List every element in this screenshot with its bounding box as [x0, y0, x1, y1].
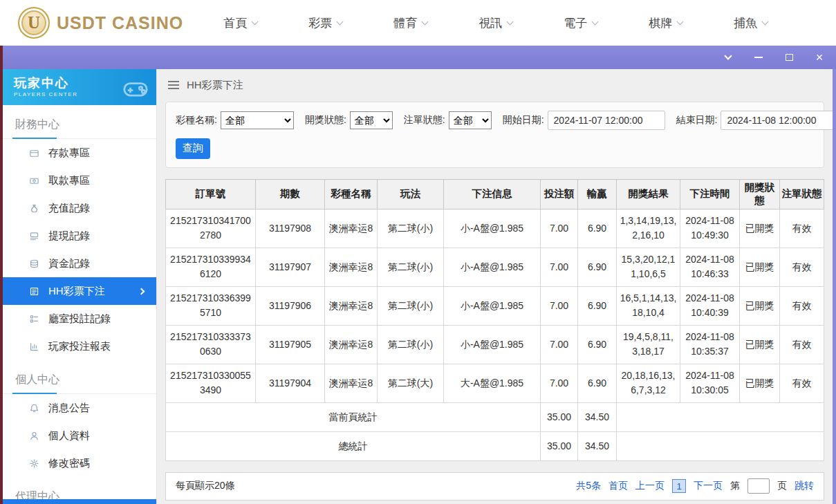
- nav-item-lottery[interactable]: 彩票: [308, 15, 342, 31]
- column-header: 彩種名稱: [325, 179, 378, 209]
- minimize-button[interactable]: [753, 52, 764, 63]
- table-cell: 有效: [780, 248, 824, 286]
- pagination-prev[interactable]: 上一页: [635, 480, 665, 492]
- brand-name: USDT CASINO: [57, 13, 183, 33]
- sidebar-item-label: 提現記錄: [48, 230, 90, 243]
- bets-table-head: 訂單號期數彩種名稱玩法下注信息投注額輸贏開獎結果下注時間開獎狀態注單狀態: [166, 179, 824, 209]
- sidebar-item-recharge-records[interactable]: 充值記錄: [3, 194, 156, 222]
- table-cell: 澳洲幸运8: [325, 325, 378, 364]
- sidebar-item-label: 資金記錄: [48, 257, 90, 270]
- table-row: 215217310341700278031197908澳洲幸运8第二球(小)小-…: [166, 209, 824, 248]
- sidebar-item-funds-records[interactable]: 資金記錄: [3, 250, 156, 277]
- pagination-first[interactable]: 首页: [609, 480, 628, 492]
- sidebar-item-cashout-records[interactable]: 提現記錄: [3, 222, 156, 250]
- content-row: 玩家中心 PLAYERS CENTER 財務中心存款專區取款專區充值記錄提現記錄…: [0, 69, 836, 504]
- window-titlebar-row: ×: [0, 46, 836, 69]
- sidebar-item-profile[interactable]: 個人資料: [3, 422, 156, 449]
- lottery-type-select[interactable]: 全部: [221, 111, 294, 129]
- collapse-button[interactable]: [723, 52, 734, 63]
- table-row: 215217310333373063031197905澳洲幸运8第二球(小)小-…: [166, 325, 824, 364]
- pagination: 共5条 首页 上一页 1 下一页 第 页 跳转: [576, 478, 814, 494]
- page-number-input[interactable]: [747, 478, 770, 494]
- sidebar-item-label: 消息公告: [48, 402, 90, 415]
- table-cell: 31197907: [256, 248, 325, 286]
- nav-item-chess[interactable]: 棋牌: [649, 15, 682, 31]
- column-header: 玩法: [378, 179, 444, 209]
- sidebar-item-label: 廳室投註記錄: [48, 312, 111, 326]
- start-date-label: 開始日期:: [503, 114, 544, 127]
- main-area: HH彩票下注 彩種名稱: 全部 開獎狀態: 全部 注單狀態:: [157, 69, 833, 504]
- nav-item-home[interactable]: 首頁: [223, 15, 257, 31]
- window-titlebar: ×: [3, 46, 836, 69]
- chevron-down-icon: [337, 18, 344, 25]
- table-cell: 第二球(小): [378, 286, 444, 325]
- sidebar-item-announcements[interactable]: 消息公告: [3, 394, 156, 422]
- goto-suffix: 页: [777, 480, 787, 492]
- sidebar-item-label: 修改密碼: [48, 457, 90, 470]
- sidebar-item-label: 充值記錄: [48, 202, 90, 215]
- sidebar-menu: 財務中心存款專區取款專區充值記錄提現記錄資金記錄HH彩票下注廳室投註記錄玩家投注…: [3, 118, 156, 504]
- sidebar-item-player-bet-report[interactable]: 玩家投注報表: [3, 333, 156, 360]
- table-cell: 2024-11-08 10:30:05: [680, 364, 740, 402]
- filter-row: 彩種名稱: 全部 開獎狀態: 全部 注單狀態: 全部: [176, 111, 814, 130]
- pagination-current[interactable]: 1: [672, 479, 686, 493]
- game-controller-icon: [122, 75, 149, 102]
- table-cell: 第二球(大): [378, 364, 444, 402]
- table-cell: 有效: [780, 325, 824, 364]
- nav-item-electronic[interactable]: 電子: [564, 15, 597, 31]
- draw-status-select[interactable]: 全部: [350, 111, 393, 129]
- sidebar-item-label: 取款專區: [48, 174, 90, 187]
- start-date-input[interactable]: [548, 111, 665, 130]
- table-cell: 1,3,14,19,13,2,16,10: [617, 209, 680, 248]
- page-title: HH彩票下注: [187, 79, 243, 92]
- column-header: 下注信息: [444, 179, 541, 209]
- table-row: 215217310339934612031197907澳洲幸运8第二球(小)小-…: [166, 248, 824, 286]
- goto-button[interactable]: 跳转: [795, 480, 814, 492]
- sidebar-item-hall-bet-records[interactable]: 廳室投註記錄: [3, 305, 156, 333]
- menu-toggle-icon[interactable]: [168, 81, 179, 89]
- order-status-select[interactable]: 全部: [449, 111, 492, 129]
- table-cell: 16,5,1,14,13,18,10,4: [617, 286, 680, 325]
- table-cell: 6.90: [578, 248, 617, 286]
- brand-logo[interactable]: U USDT CASINO: [18, 7, 183, 39]
- pagination-next[interactable]: 下一页: [694, 480, 723, 492]
- chevron-down-icon: [252, 18, 259, 25]
- summary-label: 當前頁統計: [166, 402, 541, 431]
- sidebar-item-hh-lottery-bets[interactable]: HH彩票下注: [3, 277, 156, 305]
- table-cell: 31197904: [256, 364, 325, 402]
- table-cell: 6.90: [578, 364, 617, 402]
- table-cell: 2152173103399346120: [166, 248, 256, 286]
- table-cell: 2024-11-08 10:35:37: [680, 325, 740, 364]
- sidebar-item-cutoff[interactable]: [3, 499, 156, 504]
- nav-item-sports[interactable]: 體育: [393, 15, 427, 31]
- lottery-icon: [29, 286, 39, 297]
- bets-table-wrap: 訂單號期數彩種名稱玩法下注信息投注額輸贏開獎結果下注時間開獎狀態注單狀態 215…: [165, 179, 824, 461]
- table-cell: 小-A盤@1.985: [444, 286, 541, 325]
- recharge-icon: [29, 203, 39, 214]
- maximize-button[interactable]: [783, 52, 795, 63]
- nav-item-fishing[interactable]: 捕魚: [734, 15, 768, 31]
- end-date-input[interactable]: [721, 111, 833, 130]
- search-button[interactable]: 查詢: [176, 138, 210, 159]
- table-cell: 20,18,16,13,6,7,3,12: [617, 364, 680, 402]
- table-cell: 15,3,20,12,11,10,6,5: [617, 248, 680, 286]
- close-button[interactable]: ×: [814, 52, 825, 63]
- nav-item-label: 棋牌: [649, 15, 672, 31]
- deposit-icon: [29, 148, 39, 158]
- order-status-label: 注單狀態:: [404, 114, 445, 127]
- sidebar-item-label: HH彩票下注: [48, 285, 105, 298]
- sidebar-item-change-password[interactable]: 修改密碼: [3, 449, 156, 477]
- order-status-filter: 注單狀態: 全部: [404, 111, 492, 129]
- table-cell: 已開獎: [740, 364, 780, 402]
- minimize-icon: [754, 57, 763, 58]
- column-header: 開獎狀態: [740, 179, 780, 209]
- table-cell: 31197908: [256, 209, 325, 248]
- sidebar-section-personal: 個人中心: [3, 373, 156, 394]
- table-cell: 大-A盤@1.985: [444, 364, 541, 402]
- summary-empty: [617, 431, 824, 460]
- sidebar-item-deposit-area[interactable]: 存款專區: [3, 139, 156, 167]
- nav-item-video[interactable]: 視訊: [479, 15, 512, 31]
- goto-prefix: 第: [730, 480, 740, 492]
- chevron-down-icon: [592, 18, 599, 25]
- sidebar-item-withdraw-area[interactable]: 取款專區: [3, 167, 156, 194]
